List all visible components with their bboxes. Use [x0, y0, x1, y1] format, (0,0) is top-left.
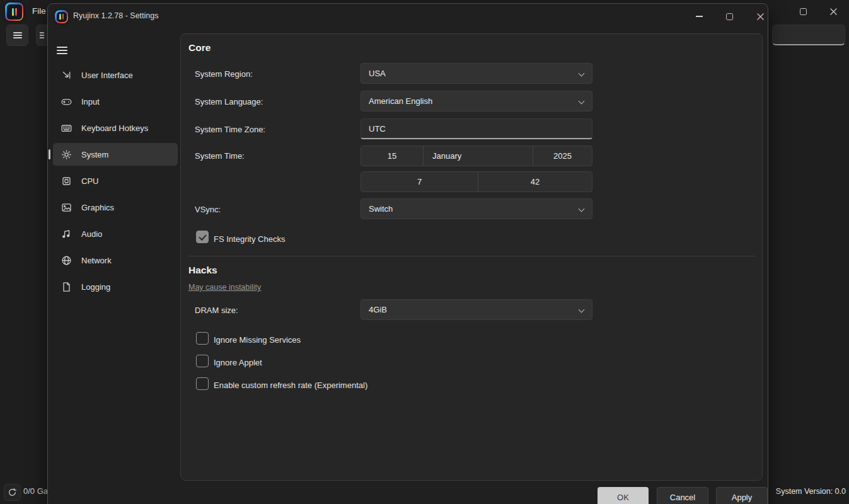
custom-refresh-rate-label: Enable custom refresh rate (Experimental… [214, 381, 367, 390]
vsync-dropdown[interactable]: Switch [361, 198, 592, 219]
sidebar-menu-toggle[interactable] [57, 43, 71, 56]
sidebar-item-network[interactable]: Network [53, 249, 178, 272]
ignore-applet-checkbox[interactable] [196, 355, 209, 367]
hacks-warning-text: May cause instability [188, 283, 261, 292]
refresh-button[interactable] [4, 484, 21, 501]
search-input[interactable] [772, 25, 845, 45]
settings-titlebar: Ryujinx 1.2.78 - Settings [48, 4, 768, 29]
sidebar-item-graphics[interactable]: Graphics [53, 196, 178, 219]
core-section-heading: Core [188, 42, 211, 54]
sidebar-item-logging[interactable]: Logging [53, 275, 178, 298]
sidebar-item-label: Input [81, 97, 100, 106]
cpu-icon [61, 176, 72, 186]
sidebar-item-label: Logging [81, 282, 110, 292]
gear-icon [61, 149, 72, 160]
globe-icon [61, 255, 72, 266]
hacks-section-heading: Hacks [188, 265, 217, 276]
game-list-view-button[interactable] [6, 25, 28, 46]
minimize-icon [696, 16, 703, 17]
sidebar-item-label: User Interface [81, 71, 133, 80]
settings-content-panel: Core System Region: USA System Language:… [180, 33, 763, 481]
sidebar-item-input[interactable]: Input [53, 90, 178, 113]
sidebar-item-system[interactable]: System [53, 143, 178, 166]
ignore-missing-services-label: Ignore Missing Services [214, 335, 301, 345]
settings-sidebar: User Interface Input Keyboard Hotkeys Sy… [53, 64, 178, 302]
music-note-icon [61, 229, 72, 239]
system-version-text: System Version: 0.0 [776, 487, 846, 496]
system-language-label: System Language: [195, 97, 263, 106]
sidebar-item-keyboard-hotkeys[interactable]: Keyboard Hotkeys [53, 117, 178, 139]
system-time-zone-label: System Time Zone: [195, 125, 265, 134]
gamepad-icon [61, 96, 72, 107]
keyboard-icon [61, 123, 72, 134]
settings-window-title: Ryujinx 1.2.78 - Settings [73, 11, 159, 20]
custom-refresh-rate-checkbox[interactable] [196, 377, 209, 390]
maximize-icon [726, 13, 733, 20]
system-language-value: American English [369, 96, 432, 106]
chevron-down-icon [579, 206, 585, 212]
settings-minimize-button[interactable] [684, 6, 713, 26]
apply-button[interactable]: Apply [716, 487, 768, 504]
system-date-picker[interactable]: 15 January 2025 [361, 146, 592, 166]
ok-button[interactable]: OK [598, 487, 649, 504]
date-day-cell[interactable]: 15 [361, 146, 423, 166]
fs-integrity-label: FS Integrity Checks [214, 234, 285, 244]
sidebar-item-cpu[interactable]: CPU [53, 169, 178, 192]
sidebar-item-label: Keyboard Hotkeys [81, 123, 148, 133]
grid-view-icon [40, 31, 44, 40]
chevron-down-icon [579, 307, 585, 313]
games-loaded-count: 0/0 Ga [23, 486, 48, 496]
menu-file[interactable]: File [32, 6, 46, 16]
ignore-missing-services-checkbox[interactable] [196, 332, 209, 345]
system-language-dropdown[interactable]: American English [361, 91, 592, 112]
sidebar-item-label: System [81, 150, 108, 159]
cancel-button[interactable]: Cancel [657, 487, 708, 504]
system-time-zone-input[interactable]: UTC [361, 118, 592, 139]
ignore-applet-label: Ignore Applet [214, 358, 262, 367]
time-hour-cell[interactable]: 7 [361, 172, 478, 192]
toolbar-button-fragment[interactable] [36, 25, 47, 46]
sidebar-item-audio[interactable]: Audio [53, 222, 178, 245]
sidebar-item-label: Network [81, 256, 112, 265]
chevron-down-icon [579, 71, 585, 77]
close-icon [829, 8, 838, 16]
fs-integrity-checkbox[interactable] [196, 231, 209, 243]
hamburger-icon [57, 47, 67, 48]
chevron-down-icon [579, 98, 585, 105]
vsync-label: VSync: [195, 205, 221, 214]
sidebar-item-label: CPU [81, 176, 98, 186]
system-time-label: System Time: [195, 151, 245, 161]
refresh-icon [8, 488, 17, 497]
maximize-icon [800, 8, 807, 15]
system-time-zone-value: UTC [369, 124, 386, 134]
system-region-value: USA [369, 69, 386, 78]
section-divider [188, 256, 755, 256]
settings-maximize-button[interactable] [715, 6, 744, 26]
main-close-button[interactable] [821, 1, 846, 21]
ryujinx-logo [55, 10, 68, 23]
list-view-icon [13, 31, 22, 40]
ryujinx-logo [5, 3, 23, 21]
sidebar-item-user-interface[interactable]: User Interface [53, 64, 178, 86]
system-time-picker[interactable]: 7 42 [361, 171, 592, 192]
time-minute-cell[interactable]: 42 [478, 172, 592, 192]
settings-window: Ryujinx 1.2.78 - Settings User Interface [47, 3, 768, 504]
dram-size-dropdown[interactable]: 4GiB [361, 299, 592, 320]
image-icon [61, 202, 72, 213]
sidebar-item-label: Audio [81, 229, 102, 239]
settings-close-button[interactable] [746, 6, 775, 26]
main-maximize-button[interactable] [790, 1, 816, 21]
document-icon [61, 282, 72, 292]
date-year-cell[interactable]: 2025 [533, 146, 592, 166]
dram-size-value: 4GiB [369, 305, 387, 314]
date-month-cell[interactable]: January [423, 146, 533, 166]
system-region-dropdown[interactable]: USA [361, 63, 592, 84]
user-interface-icon [61, 70, 72, 81]
system-region-label: System Region: [195, 69, 253, 79]
sidebar-item-label: Graphics [81, 203, 114, 212]
close-icon [756, 13, 765, 21]
vsync-value: Switch [369, 204, 393, 214]
dram-size-label: DRAM size: [195, 306, 238, 315]
